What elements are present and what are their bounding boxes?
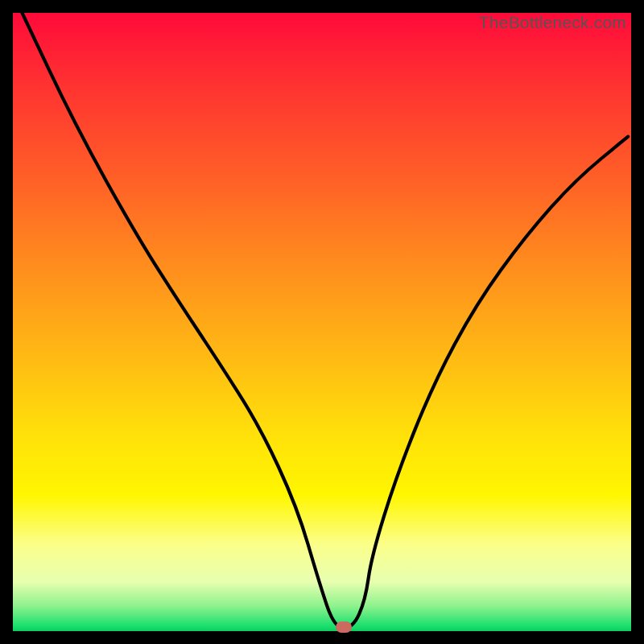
- bottleneck-curve: [13, 13, 631, 631]
- curve-path: [23, 13, 629, 628]
- plot-area: TheBottleneck.com: [13, 13, 631, 631]
- chart-frame: TheBottleneck.com: [0, 0, 644, 644]
- optimal-point-marker: [336, 621, 352, 633]
